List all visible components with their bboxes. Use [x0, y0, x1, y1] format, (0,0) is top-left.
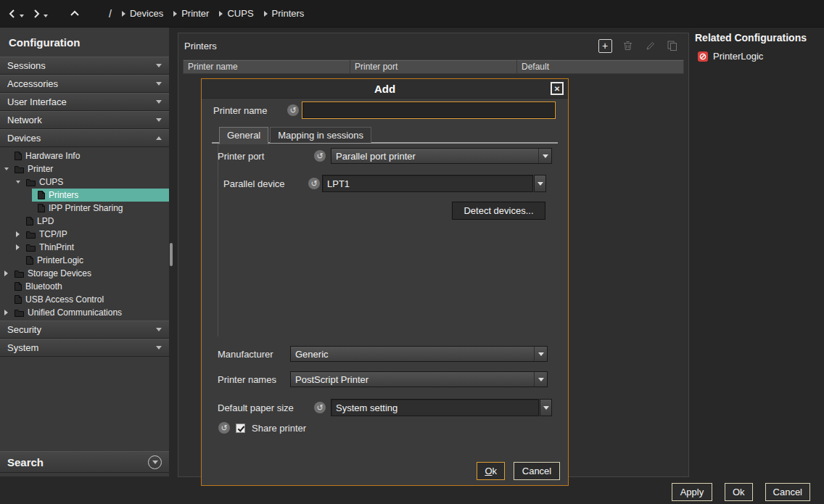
- breadcrumb-printers[interactable]: Printers: [264, 8, 305, 19]
- chevron-down-icon: [543, 406, 549, 410]
- sidebar-search-header[interactable]: Search: [0, 451, 169, 473]
- parallel-device-field[interactable]: LPT1: [322, 175, 533, 192]
- paper-size-dropdown-button[interactable]: [540, 399, 552, 416]
- tree-item-storage-devices[interactable]: Storage Devices: [0, 267, 169, 280]
- breadcrumb-root[interactable]: /: [109, 8, 112, 20]
- share-printer-checkbox[interactable]: [236, 424, 245, 433]
- paper-size-row: Default paper size ↺ System setting: [218, 399, 552, 416]
- sidebar-section-devices[interactable]: Devices: [0, 129, 169, 147]
- breadcrumb-cups[interactable]: CUPS: [219, 8, 253, 19]
- tab-general[interactable]: General: [219, 127, 268, 144]
- tree-item-tcpip[interactable]: TCP/IP: [0, 228, 169, 241]
- sidebar-section-accessories[interactable]: Accessories: [0, 75, 169, 93]
- edit-printer-button[interactable]: [643, 38, 657, 53]
- column-header-printer-name[interactable]: Printer name: [184, 60, 350, 73]
- reset-icon[interactable]: ↺: [308, 178, 320, 189]
- tree-item-printers[interactable]: Printers: [32, 189, 169, 202]
- chevron-up-icon: [156, 136, 162, 140]
- configuration-sidebar: Configuration Sessions Accessories User …: [0, 28, 169, 476]
- delete-printer-button[interactable]: [620, 38, 635, 53]
- breadcrumb-printer[interactable]: Printer: [173, 8, 209, 19]
- folder-icon: [15, 270, 24, 278]
- parallel-device-dropdown-button[interactable]: [534, 175, 546, 192]
- reset-icon[interactable]: ↺: [287, 104, 299, 116]
- paper-size-field[interactable]: System setting: [331, 399, 539, 416]
- printer-names-label: Printer names: [218, 374, 290, 385]
- dialog-cancel-button[interactable]: Cancel: [514, 462, 560, 480]
- chevron-down-icon: [534, 372, 547, 387]
- tree-item-label: CUPS: [39, 177, 63, 187]
- up-button[interactable]: [70, 9, 80, 19]
- reset-icon[interactable]: ↺: [218, 422, 230, 434]
- devices-tree: Hardware Info Printer CUPS Printers IPP …: [0, 147, 169, 321]
- cancel-button[interactable]: Cancel: [765, 483, 810, 501]
- parallel-device-row: Parallel device ↺ LPT1: [223, 175, 546, 192]
- pencil-icon: [646, 41, 655, 51]
- tree-item-printer[interactable]: Printer: [0, 162, 169, 175]
- chevron-down-icon: [156, 100, 162, 104]
- tree-item-hardware-info[interactable]: Hardware Info: [0, 149, 169, 162]
- breadcrumb-devices[interactable]: Devices: [122, 8, 163, 19]
- section-label: Devices: [7, 133, 41, 144]
- tree-item-bluetooth[interactable]: Bluetooth: [0, 280, 169, 293]
- dialog-titlebar: Add: [202, 79, 568, 99]
- sidebar-section-system[interactable]: System: [0, 339, 169, 357]
- manufacturer-row: Manufacturer Generic: [218, 346, 548, 362]
- column-header-default[interactable]: Default: [517, 60, 683, 73]
- printer-name-input[interactable]: [302, 102, 556, 119]
- expand-arrow-icon[interactable]: [4, 168, 15, 170]
- column-header-printer-port[interactable]: Printer port: [350, 60, 517, 73]
- reset-icon[interactable]: ↺: [314, 402, 326, 413]
- sidebar-section-network[interactable]: Network: [0, 111, 169, 129]
- tree-item-lpd[interactable]: LPD: [0, 215, 169, 228]
- tree-item-thinprint[interactable]: ThinPrint: [0, 241, 169, 254]
- chevron-down-icon: [156, 328, 162, 331]
- collapse-arrow-icon[interactable]: [4, 310, 15, 315]
- printer-name-label: Printer name: [213, 105, 287, 116]
- breadcrumb-arrow-icon: [264, 11, 268, 17]
- ok-button[interactable]: Ok: [725, 483, 753, 501]
- sidebar-section-sessions[interactable]: Sessions: [0, 57, 169, 75]
- tree-item-label: Bluetooth: [25, 281, 62, 292]
- back-button[interactable]: [7, 9, 17, 19]
- expand-arrow-icon[interactable]: [16, 181, 26, 183]
- tree-item-printerlogic[interactable]: PrinterLogic: [0, 254, 169, 267]
- tree-item-cups[interactable]: CUPS: [0, 175, 169, 189]
- printer-names-dropdown[interactable]: PostScript Printer: [290, 371, 548, 387]
- collapse-arrow-icon[interactable]: [16, 231, 26, 237]
- copy-printer-button[interactable]: [665, 38, 680, 53]
- sidebar-section-security[interactable]: Security: [0, 321, 169, 339]
- search-expand-button[interactable]: [148, 455, 162, 469]
- forward-button[interactable]: [31, 9, 41, 19]
- printer-port-label: Printer port: [218, 151, 314, 162]
- tree-item-ipp-printer-sharing[interactable]: IPP Printer Sharing: [0, 202, 169, 215]
- chevron-down-icon: [538, 149, 551, 163]
- printer-port-dropdown[interactable]: Parallel port printer: [331, 148, 552, 164]
- section-label: Network: [7, 115, 42, 125]
- apply-button[interactable]: Apply: [672, 483, 712, 501]
- chevron-down-icon: [534, 347, 547, 361]
- tree-item-unified-communications[interactable]: Unified Communications: [0, 306, 169, 319]
- collapse-arrow-icon[interactable]: [16, 244, 26, 250]
- forward-history-caret-icon[interactable]: [44, 15, 48, 17]
- dialog-close-button[interactable]: ✕: [551, 82, 564, 95]
- section-label: Security: [7, 324, 41, 335]
- chevron-right-icon: [31, 9, 41, 19]
- related-item-printerlogic[interactable]: PrinterLogic: [695, 51, 824, 62]
- manufacturer-dropdown[interactable]: Generic: [290, 346, 548, 362]
- printer-names-row: Printer names PostScript Printer: [218, 371, 548, 387]
- detect-devices-button[interactable]: Detect devices...: [452, 202, 545, 220]
- tab-mapping-in-sessions[interactable]: Mapping in sessions: [270, 127, 371, 143]
- sidebar-scrollbar[interactable]: [170, 243, 173, 266]
- tree-item-usb-access-control[interactable]: USB Access Control: [0, 293, 169, 306]
- back-history-caret-icon[interactable]: [20, 15, 24, 17]
- sidebar-title: Configuration: [0, 28, 169, 57]
- dialog-tabs: General Mapping in sessions: [219, 127, 373, 143]
- document-icon: [38, 191, 45, 199]
- chevron-up-icon: [70, 9, 80, 19]
- dialog-ok-button[interactable]: Ok: [477, 462, 505, 480]
- collapse-arrow-icon[interactable]: [4, 270, 15, 276]
- reset-icon[interactable]: ↺: [314, 150, 326, 162]
- sidebar-section-user-interface[interactable]: User Interface: [0, 93, 169, 111]
- add-printer-button[interactable]: +: [598, 38, 612, 53]
